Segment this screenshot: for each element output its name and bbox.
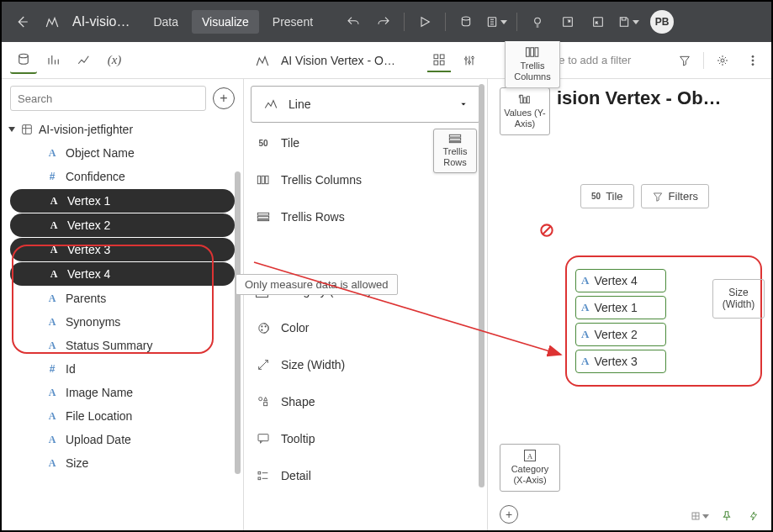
field-upload-date[interactable]: AUpload Date — [8, 428, 236, 451]
add-canvas-button[interactable]: + — [500, 505, 518, 524]
back-button[interactable] — [8, 8, 35, 35]
fx-panel-tab[interactable]: (x) — [101, 47, 128, 74]
sub-toolbar: (x) AI Vision Vertex - O… re to add a fi… — [2, 42, 771, 79]
grammar-mode-button[interactable] — [427, 49, 451, 72]
data-panel-tab[interactable] — [10, 47, 37, 74]
scrollbar[interactable] — [235, 171, 241, 474]
svg-rect-36 — [449, 134, 460, 137]
field-label: File Location — [66, 409, 132, 423]
svg-rect-32 — [264, 403, 267, 406]
field-object-name[interactable]: AObject Name — [8, 141, 236, 165]
text-icon: A — [47, 267, 61, 281]
grammar-detail[interactable]: Detail — [244, 457, 487, 494]
measure-only-tooltip: Only measure data is allowed — [236, 274, 398, 295]
chip-vertex-2[interactable]: AVertex 2 — [575, 323, 666, 346]
more-menu-icon[interactable] — [741, 49, 765, 72]
settings-mode-button[interactable] — [458, 49, 481, 72]
redo-button[interactable] — [370, 8, 397, 35]
values-shelf[interactable]: Values (Y-Axis) — [500, 87, 550, 135]
auto-insights-button[interactable] — [483, 8, 510, 35]
undo-button[interactable] — [340, 8, 367, 35]
tab-data[interactable]: Data — [143, 10, 188, 34]
svg-point-2 — [535, 18, 541, 24]
text-icon: A — [45, 339, 59, 352]
search-input[interactable] — [10, 86, 206, 111]
field-label: Synonyms — [66, 315, 120, 329]
properties-icon[interactable] — [711, 49, 734, 72]
text-icon: A — [581, 274, 589, 287]
field-vertex-4[interactable]: AVertex 4 — [10, 262, 235, 286]
tab-visualize[interactable]: Visualize — [192, 10, 259, 34]
svg-rect-41 — [527, 97, 530, 103]
scrollbar[interactable] — [479, 84, 484, 487]
svg-rect-37 — [449, 138, 460, 140]
field-label: Vertex 3 — [67, 243, 110, 256]
field-label: Status Summary — [66, 339, 152, 352]
svg-rect-21 — [257, 176, 260, 183]
grammar-line[interactable]: Line — [251, 86, 480, 123]
preview-button[interactable] — [411, 8, 438, 35]
svg-point-19 — [752, 63, 754, 65]
field-size[interactable]: ASize — [8, 451, 236, 475]
svg-rect-38 — [449, 141, 460, 142]
grammar-size[interactable]: Size (Width) — [244, 346, 487, 383]
field-label: Confidence — [66, 170, 125, 183]
field-synonyms[interactable]: ASynonyms — [8, 310, 236, 334]
grammar-color[interactable]: Color — [244, 309, 487, 346]
visualization-name[interactable]: AI Vision Vertex - O… — [281, 54, 421, 67]
field-parents[interactable]: AParents — [8, 287, 236, 310]
pin-icon[interactable] — [717, 507, 736, 525]
chip-vertex-4[interactable]: AVertex 4 — [575, 269, 666, 292]
field-confidence[interactable]: #Confidence — [8, 165, 236, 188]
bolt-icon[interactable] — [744, 507, 763, 525]
chip-vertex-3[interactable]: AVertex 3 — [575, 350, 666, 373]
dataset-node[interactable]: AI-vision-jetfighter — [8, 118, 236, 141]
tab-present[interactable]: Present — [262, 10, 323, 34]
analytics-panel-tab[interactable] — [40, 47, 67, 74]
share-button[interactable] — [585, 8, 612, 35]
filter-icon[interactable] — [673, 49, 696, 72]
svg-rect-20 — [23, 125, 32, 134]
svg-rect-10 — [440, 55, 444, 59]
workbook-title: AI-visio… — [72, 14, 130, 29]
field-vertex-2[interactable]: AVertex 2 — [10, 213, 235, 237]
svg-rect-6 — [531, 48, 534, 57]
field-label: Vertex 2 — [67, 219, 110, 232]
lightbulb-button[interactable] — [524, 8, 551, 35]
viz-type-icon[interactable] — [251, 49, 274, 72]
annotation-drop-outline: AVertex 4AVertex 1AVertex 2AVertex 3 — [565, 255, 762, 387]
tile-shelf[interactable]: 50 Tile — [580, 184, 634, 208]
svg-rect-39 — [521, 95, 523, 103]
filters-shelf[interactable]: Filters — [641, 184, 709, 208]
grammar-tooltip[interactable]: Tooltip — [244, 420, 487, 457]
grammar-trellis-rows[interactable]: Trellis Rows — [244, 198, 487, 235]
field-file-location[interactable]: AFile Location — [8, 404, 236, 428]
workbook-icon — [39, 8, 66, 35]
svg-point-16 — [721, 59, 724, 62]
refresh-data-button[interactable] — [453, 8, 479, 35]
svg-point-15 — [472, 56, 474, 59]
field-status-summary[interactable]: AStatus Summary — [8, 334, 236, 357]
grid-toggle-icon[interactable] — [691, 507, 709, 525]
field-vertex-1[interactable]: AVertex 1 — [10, 189, 235, 213]
save-button[interactable] — [615, 8, 642, 35]
svg-rect-9 — [434, 55, 438, 59]
export-button[interactable] — [554, 8, 581, 35]
user-avatar[interactable]: PB — [650, 10, 674, 34]
field-vertex-3[interactable]: AVertex 3 — [10, 238, 235, 261]
trend-panel-tab[interactable] — [71, 47, 98, 74]
chip-label: Vertex 4 — [594, 274, 637, 287]
chip-vertex-1[interactable]: AVertex 1 — [575, 296, 666, 319]
text-icon: A — [581, 355, 589, 368]
chip-label: Vertex 3 — [594, 355, 637, 368]
grammar-shape[interactable]: Shape — [244, 383, 487, 420]
category-shelf[interactable]: A Category (X-Axis) — [500, 444, 560, 492]
grammar-panel: Line 50 Tile Trellis Columns Trellis Row… — [244, 79, 488, 530]
add-data-button[interactable]: + — [213, 87, 235, 109]
field-id[interactable]: #Id — [8, 357, 236, 381]
number-icon: # — [45, 362, 59, 376]
field-label: Id — [66, 362, 76, 376]
size-shelf[interactable]: Size (Width) — [712, 279, 765, 319]
field-image-name[interactable]: AImage Name — [8, 381, 236, 404]
canvas-panel: Values (Y-Axis) ision Vertex - Ob… 50 Ti… — [488, 79, 771, 530]
